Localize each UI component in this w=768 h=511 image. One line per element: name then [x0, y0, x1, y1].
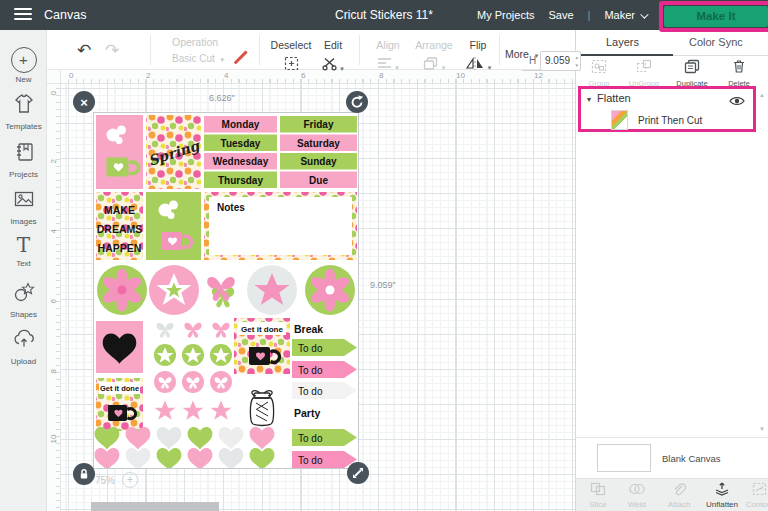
ruler-h-0: 0: [69, 71, 73, 80]
make-it-button[interactable]: Make It: [664, 6, 768, 27]
blank-canvas-label: Blank Canvas: [662, 453, 721, 464]
deselect-handle-x-icon[interactable]: ×: [73, 91, 95, 113]
resize-handle-icon[interactable]: [347, 462, 369, 484]
rotate-handle-icon[interactable]: [346, 91, 368, 113]
panel-tabs: Layers Color Sync: [576, 30, 768, 56]
ruler-v-6: 6: [49, 294, 58, 304]
sidebar-item-images[interactable]: Images: [0, 187, 47, 226]
slice-icon: [590, 482, 606, 496]
operation-label: Operation: [172, 36, 218, 48]
duplicate-button[interactable]: Duplicate: [670, 59, 714, 88]
svg-text:DREAMS: DREAMS: [97, 223, 143, 235]
ruler-h-12: 12: [534, 71, 543, 80]
flip-button[interactable]: Flip ▾: [460, 35, 496, 74]
deselect-button[interactable]: Deselect: [269, 35, 313, 75]
sidebar-item-upload[interactable]: Upload: [0, 327, 47, 366]
trash-icon: [731, 59, 747, 74]
collapse-triangle-icon[interactable]: ▾: [587, 95, 591, 104]
sidebar-item-templates[interactable]: Templates: [0, 92, 47, 131]
ruler-v-2: 2: [49, 154, 58, 164]
attach-paperclip-icon: [671, 482, 687, 496]
svg-text:Get it done: Get it done: [100, 384, 139, 393]
svg-text:HAPPEN: HAPPEN: [98, 242, 142, 254]
undo-icon[interactable]: ↶: [77, 42, 91, 59]
zoom-level-label: 75%: [95, 475, 115, 486]
unflatten-button[interactable]: Unflatten: [702, 482, 742, 509]
sidebar-item-shapes[interactable]: Shapes: [0, 280, 47, 319]
vertical-ruler: 0 2 4 6 8 10: [47, 84, 61, 511]
tab-layers[interactable]: Layers: [606, 36, 639, 48]
sidebar-item-projects[interactable]: Projects: [0, 140, 47, 179]
sticker-spring-tile: Spring: [146, 115, 204, 189]
ruler-corner: [47, 70, 61, 84]
blank-canvas-swatch[interactable]: [597, 444, 651, 472]
sticker-pink-butterfly-dots: [154, 371, 232, 393]
svg-text:Sunday: Sunday: [300, 156, 337, 167]
operation-dropdown: Basic Cut ▾: [172, 53, 224, 64]
ruler-v-8: 8: [49, 364, 58, 374]
layer-print-then-cut[interactable]: Print Then Cut: [611, 109, 702, 131]
new-plus-icon: +: [11, 47, 37, 73]
scroll-down-arrow-icon[interactable]: ▼: [759, 426, 765, 432]
image-icon: [12, 187, 36, 211]
layer-thumbnail: [611, 110, 628, 130]
svg-text:Wednesday: Wednesday: [213, 156, 269, 167]
weld-icon: [629, 482, 645, 496]
svg-text:Party: Party: [294, 407, 320, 419]
sticker-pink-mug-tile: [96, 115, 143, 189]
design-canvas[interactable]: 6.626" 9.059": [61, 84, 575, 511]
selected-sticker-sheet[interactable]: Spring Monday Tuesday Wednesday Thursday…: [93, 112, 359, 469]
my-projects-link[interactable]: My Projects: [477, 9, 534, 21]
selection-height-label: 9.059": [370, 280, 396, 290]
sticker-jar-tile: [234, 376, 290, 434]
redo-icon: ↷: [105, 42, 119, 59]
edit-button[interactable]: Edit ▾: [315, 35, 351, 75]
text-t-icon: T: [0, 234, 47, 257]
tab-color-sync[interactable]: Color Sync: [689, 36, 743, 48]
lock-handle-icon[interactable]: [73, 463, 95, 485]
slice-button: Slice: [578, 482, 618, 509]
delete-button[interactable]: Delete: [717, 59, 761, 88]
layer-group-flatten[interactable]: ▾Flatten: [587, 92, 631, 104]
edit-toolbar: ↶ ↷ Operation Basic Cut ▾ Deselect Edit …: [47, 30, 575, 70]
height-stepper[interactable]: ▴▾: [575, 53, 578, 69]
sidebar-item-text[interactable]: T Text: [0, 234, 47, 268]
zoom-in-button[interactable]: +: [122, 472, 138, 488]
selection-width-label: 6.626": [209, 93, 235, 103]
svg-text:Friday: Friday: [303, 119, 333, 130]
attach-button: Attach: [659, 482, 699, 509]
ruler-v-4: 4: [49, 224, 58, 234]
scroll-up-arrow-icon[interactable]: ▲: [759, 92, 765, 98]
contour-icon: [752, 482, 768, 496]
arrange-button: Arrange ▾: [411, 35, 457, 74]
visibility-eye-icon[interactable]: [729, 95, 745, 107]
layer-actions-row: Group UnGroup Duplicate Delete: [576, 56, 768, 90]
ruler-v-0: 0: [49, 86, 58, 96]
project-title: Cricut Stickers 11*: [0, 8, 768, 22]
group-icon: [591, 59, 607, 74]
sidebar-item-new[interactable]: + New: [0, 47, 47, 84]
align-icon: [377, 57, 392, 70]
arrange-icon: [423, 57, 439, 70]
horizontal-scrollbar-thumb[interactable]: [91, 502, 219, 511]
contour-button: Contour: [740, 482, 768, 509]
svg-text:Saturday: Saturday: [297, 138, 340, 149]
height-input[interactable]: 9.059 ▴▾: [540, 51, 581, 71]
group-button: Group: [577, 59, 621, 88]
operation-color-swatch: [234, 50, 248, 64]
machine-selector[interactable]: Maker: [604, 9, 646, 21]
ruler-h-4: 4: [224, 71, 228, 80]
svg-text:To do: To do: [298, 386, 323, 397]
svg-text:Monday: Monday: [222, 119, 260, 130]
save-link[interactable]: Save: [549, 9, 574, 21]
flatten-highlight-annotation: ▾Flatten Print Then Cut: [578, 86, 756, 132]
more-button[interactable]: More ▾: [505, 48, 538, 60]
sticker-black-heart-tile: [96, 321, 143, 373]
svg-text:To do: To do: [298, 455, 323, 466]
sticker-notes-box: Notes: [204, 192, 357, 260]
flip-icon: [465, 57, 485, 70]
svg-text:Get it done: Get it done: [241, 325, 283, 334]
top-bar: Canvas Cricut Stickers 11* My Projects S…: [0, 0, 768, 30]
shapes-icon: [12, 280, 36, 304]
duplicate-icon: [684, 59, 700, 74]
